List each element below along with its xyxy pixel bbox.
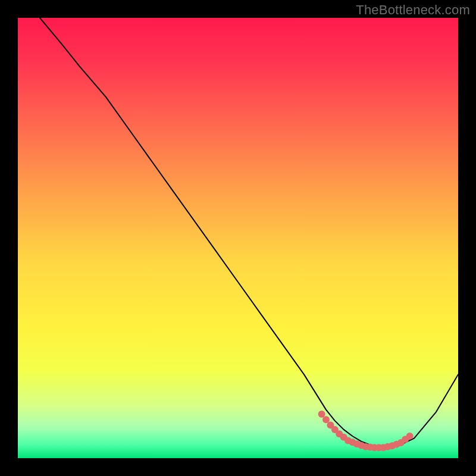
chart-canvas <box>18 18 458 458</box>
optimal-zone-marker <box>406 433 414 440</box>
chart-frame: TheBottleneck.com <box>0 0 476 476</box>
chart-background <box>18 18 458 458</box>
watermark-text: TheBottleneck.com <box>356 2 470 18</box>
